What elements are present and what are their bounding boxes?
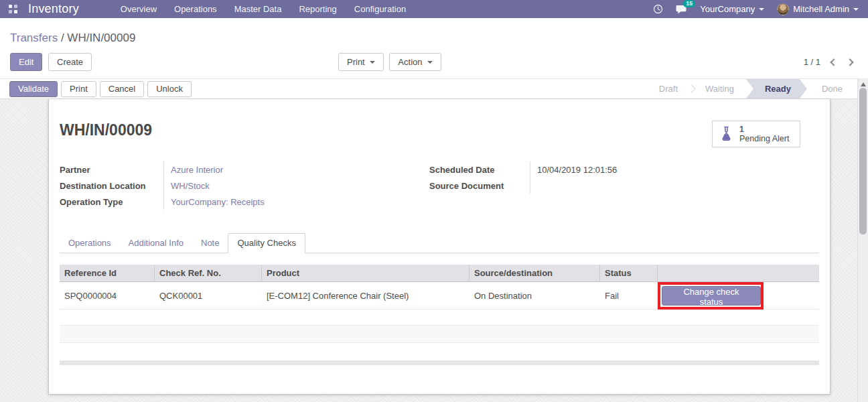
table-bottom-bar — [60, 360, 819, 365]
source-document-value — [530, 178, 778, 194]
user-avatar — [777, 3, 789, 15]
field-destination-location: Destination Location WH/Stock — [60, 178, 381, 194]
column-header-actions — [658, 265, 819, 281]
stage-done[interactable]: Done — [807, 79, 855, 98]
top-navbar: Inventory Overview Operations Master Dat… — [0, 0, 868, 18]
field-label: Scheduled Date — [429, 165, 530, 175]
breadcrumb-parent[interactable]: Transfers — [10, 31, 58, 44]
stat-button-text: 1 Pending Alert — [739, 125, 789, 143]
statusbar-buttons: Validate Print Cancel Unlock — [0, 81, 192, 97]
field-groups: Partner Azure Interior Destination Locat… — [60, 161, 819, 210]
pager: 1 / 1 — [804, 53, 853, 71]
control-panel: Transfers / WH/IN/00009 Edit Create Prin… — [0, 18, 868, 78]
messages-icon[interactable]: 15 — [676, 4, 687, 14]
pending-alert-count: 1 — [739, 125, 789, 134]
stage-draft[interactable]: Draft — [647, 79, 690, 98]
status-pipeline: Draft Waiting Ready Done — [647, 79, 857, 98]
cell-product: [E-COM12] Conference Chair (Steel) — [262, 282, 469, 309]
cell-reference-id: SPQ0000004 — [60, 282, 155, 309]
breadcrumb-current: WH/IN/00009 — [67, 31, 135, 44]
chevron-down-icon — [853, 8, 859, 11]
print-button[interactable]: Print — [61, 81, 96, 97]
field-scheduled-date: Scheduled Date 10/04/2019 12:01:56 — [429, 161, 778, 178]
user-name: Mitchell Admin — [793, 4, 849, 14]
notebook-tabs: Operations Additional Info Note Quality … — [60, 234, 819, 253]
cell-status: Fail — [600, 282, 658, 309]
edit-button[interactable]: Edit — [10, 53, 42, 71]
quality-checks-table: Reference Id Check Ref. No. Product Sour… — [60, 265, 819, 365]
form-sheet: WH/IN/00009 1 Pending Alert Partner Azur… — [48, 99, 830, 395]
field-label: Operation Type — [60, 197, 163, 207]
field-operation-type: Operation Type YourCompany: Receipts — [60, 194, 381, 210]
company-name: YourCompany — [700, 4, 755, 14]
partner-value[interactable]: Azure Interior — [163, 161, 381, 178]
user-menu[interactable]: Mitchell Admin — [777, 3, 859, 15]
table-row[interactable]: SPQ0000004 QCK00001 [E-COM12] Conference… — [60, 282, 819, 310]
annotation-red-highlight-box: Change check status — [658, 282, 764, 310]
stage-ready[interactable]: Ready — [746, 79, 807, 98]
create-button[interactable]: Create — [48, 53, 92, 71]
tab-additional-info[interactable]: Additional Info — [120, 234, 192, 253]
nav-item-reporting[interactable]: Reporting — [299, 4, 336, 14]
column-header-reference-id[interactable]: Reference Id — [60, 265, 155, 281]
breadcrumb: Transfers / WH/IN/00009 — [10, 31, 135, 45]
messages-count-badge: 15 — [683, 0, 695, 7]
pending-alert-label: Pending Alert — [739, 135, 789, 143]
field-source-document: Source Document — [429, 178, 778, 194]
pager-value: 1 / 1 — [804, 57, 820, 67]
column-header-status[interactable]: Status — [600, 265, 658, 281]
column-header-check-ref-no[interactable]: Check Ref. No. — [155, 265, 262, 281]
pager-previous-icon[interactable] — [830, 58, 837, 66]
unlock-button[interactable]: Unlock — [147, 81, 192, 97]
scrollbar-thumb[interactable] — [859, 88, 867, 234]
activities-clock-icon[interactable] — [653, 4, 663, 14]
empty-table-row — [60, 310, 819, 326]
print-dropdown-button[interactable]: Print — [338, 53, 384, 71]
column-header-source-destination[interactable]: Source/destination — [469, 265, 600, 281]
column-header-product[interactable]: Product — [262, 265, 469, 281]
form-statusbar: Validate Print Cancel Unlock Draft Waiti… — [0, 78, 857, 99]
field-label: Partner — [60, 165, 163, 175]
control-panel-center: Print Action — [338, 53, 441, 71]
field-label: Source Document — [429, 181, 530, 191]
action-dropdown-button[interactable]: Action — [389, 53, 441, 71]
flask-icon — [719, 126, 733, 142]
operation-type-value[interactable]: YourCompany: Receipts — [163, 194, 381, 210]
field-partner: Partner Azure Interior — [60, 161, 381, 178]
cell-source-destination: On Destination — [469, 282, 600, 309]
scheduled-date-value: 10/04/2019 12:01:56 — [530, 161, 778, 178]
chevron-down-icon — [370, 61, 375, 64]
apps-grid-icon[interactable] — [9, 5, 17, 13]
control-panel-buttons: Edit Create Print Action 1 / 1 — [10, 53, 858, 71]
empty-table-row-striped — [60, 326, 819, 343]
clock-icon — [653, 4, 663, 14]
record-title: WH/IN/00009 — [60, 121, 152, 139]
screen: Inventory Overview Operations Master Dat… — [0, 0, 868, 402]
tab-quality-checks[interactable]: Quality Checks — [228, 233, 305, 253]
company-switcher[interactable]: YourCompany — [700, 4, 764, 14]
chevron-down-icon — [759, 8, 764, 11]
nav-item-overview[interactable]: Overview — [121, 4, 157, 14]
nav-item-master-data[interactable]: Master Data — [234, 4, 282, 14]
nav-item-operations[interactable]: Operations — [174, 4, 217, 14]
tab-note[interactable]: Note — [192, 234, 228, 253]
vertical-scrollbar[interactable] — [857, 78, 868, 402]
destination-location-value[interactable]: WH/Stock — [163, 178, 381, 194]
navbar-right: 15 YourCompany Mitchell Admin — [653, 3, 868, 15]
pager-next-icon[interactable] — [846, 58, 853, 66]
nav-item-configuration[interactable]: Configuration — [354, 4, 406, 14]
validate-button[interactable]: Validate — [9, 81, 58, 97]
cancel-button[interactable]: Cancel — [100, 81, 144, 97]
tab-operations[interactable]: Operations — [60, 234, 120, 253]
pending-alert-stat-button[interactable]: 1 Pending Alert — [712, 121, 800, 147]
table-bottom-gap — [60, 343, 819, 360]
stage-waiting[interactable]: Waiting — [693, 79, 746, 98]
nav-menu: Overview Operations Master Data Reportin… — [121, 4, 406, 14]
scroll-up-arrow-icon[interactable] — [861, 82, 866, 86]
change-check-status-button[interactable]: Change check status — [662, 286, 761, 306]
app-name[interactable]: Inventory — [28, 2, 79, 16]
field-label: Destination Location — [60, 181, 163, 191]
field-group-right: Scheduled Date 10/04/2019 12:01:56 Sourc… — [429, 161, 778, 210]
chevron-down-icon — [427, 61, 433, 64]
breadcrumb-separator: / — [58, 31, 67, 44]
